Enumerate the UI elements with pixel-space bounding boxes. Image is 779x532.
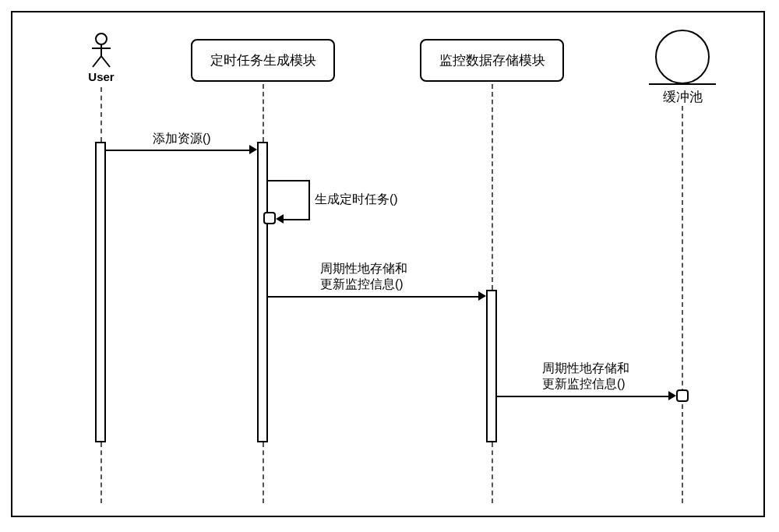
msg-selfcall-label: 生成定时任务() xyxy=(315,192,398,207)
msg-selfcall-vert xyxy=(308,180,310,219)
msg-periodic2-line2: 更新监控信息() xyxy=(542,377,626,390)
lifeline-head-timer-module: 定时任务生成模块 xyxy=(191,39,335,82)
msg-periodic1-line1: 周期性地存储和 xyxy=(320,262,407,275)
buffer-pool-label: 缓冲池 xyxy=(643,88,721,106)
actor-user: User xyxy=(78,33,125,83)
activation-user xyxy=(95,142,106,442)
msg-periodic2-end-box xyxy=(676,389,689,402)
lifeline-timer-top xyxy=(263,84,264,142)
msg-periodic2-line1: 周期性地存储和 xyxy=(542,361,629,375)
entity-underline xyxy=(649,83,716,85)
lifeline-storage-bottom xyxy=(492,442,493,503)
msg-periodic1-label: 周期性地存储和 更新监控信息() xyxy=(320,261,407,292)
lifeline-head-buffer-pool: 缓冲池 xyxy=(643,30,721,106)
person-icon xyxy=(90,33,113,69)
timer-module-label: 定时任务生成模块 xyxy=(210,53,316,68)
lifeline-head-storage-module: 监控数据存储模块 xyxy=(420,39,564,82)
msg-periodic2-label: 周期性地存储和 更新监控信息() xyxy=(542,361,629,392)
svg-line-4 xyxy=(101,56,110,67)
svg-point-0 xyxy=(96,33,107,44)
entity-circle-icon xyxy=(655,30,710,84)
msg-selfcall-top xyxy=(268,180,310,181)
msg-add-resource-arrowhead xyxy=(249,145,257,154)
activation-timer xyxy=(257,142,268,442)
storage-module-label: 监控数据存储模块 xyxy=(439,53,545,68)
msg-periodic1-arrowhead xyxy=(478,291,486,301)
svg-line-3 xyxy=(93,56,101,67)
lifeline-user-top xyxy=(100,87,102,142)
diagram-frame: User 定时任务生成模块 监控数据存储模块 缓冲池 添加资源() 生成定时任务… xyxy=(11,11,765,517)
msg-selfcall-end-box xyxy=(263,212,276,224)
lifeline-buffer xyxy=(682,106,683,503)
msg-periodic1-line2: 更新监控信息() xyxy=(320,277,404,291)
activation-storage xyxy=(486,290,497,442)
msg-periodic2-line xyxy=(497,396,670,397)
msg-periodic1-line xyxy=(268,296,480,298)
msg-periodic2-arrowhead xyxy=(668,391,676,400)
msg-selfcall-bottom xyxy=(282,219,310,220)
msg-selfcall-arrowhead xyxy=(276,214,284,224)
lifeline-user-bottom xyxy=(100,442,102,503)
msg-add-resource-label: 添加资源() xyxy=(153,131,211,146)
lifeline-storage-top xyxy=(492,84,493,290)
lifeline-timer-bottom xyxy=(263,442,264,503)
actor-user-label: User xyxy=(78,70,125,83)
msg-add-resource-line xyxy=(106,150,251,151)
